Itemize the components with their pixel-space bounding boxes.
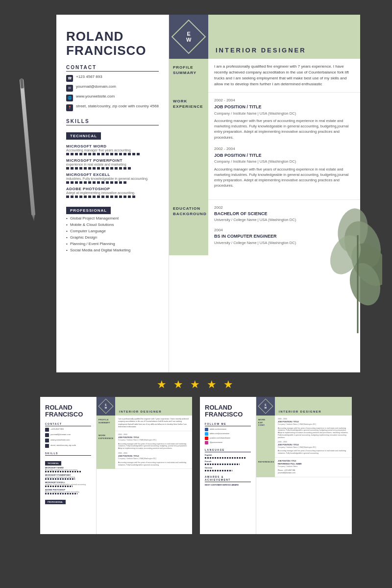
preview-2-profile-content: I am a professionally qualified fire eng… [115, 416, 192, 431]
preview-3-lang-en-bar [205, 457, 246, 459]
profile-summary-content: I am a professionally qualified fire eng… [208, 59, 360, 93]
skill-excel: MICROSOFT EXCELL industries. Fully knowl… [66, 172, 159, 184]
contact-phone: ☎ +123 4567 893 [66, 74, 159, 82]
work-year-1: 2002 - 2004 [214, 146, 354, 152]
preview-3-lang-de: German [205, 466, 251, 469]
skill-powerpoint: MICROSOFT POWERPOINT experience in real … [66, 158, 159, 170]
preview-3-awards-title: AWARDS &ACHIEVEMENT [205, 475, 251, 482]
preview-3-left: ROLAND FRANCISCO FOLLOW ME adobe.com/use… [200, 397, 256, 534]
preview-3-ig-icon [205, 441, 208, 444]
work-year-0: 2002 - 2004 [214, 98, 354, 103]
location-icon: 📍 [66, 104, 73, 111]
preview-3-work-continued: WORKEXP.CONT. 2002 - 2004 JOB POSITION /… [256, 416, 352, 458]
preview-3-ref-content: Job Position / Title REFERENCE FULL NAME… [275, 458, 352, 477]
preview-2-professional: PROFESSIONAL [45, 500, 66, 504]
preview-3-award-name: BEST CUSTOMER SERVICE AWARD [205, 484, 251, 486]
skill-xl-desc: industries. Fully knowledgeable in gener… [66, 177, 159, 180]
work-entry-1: 2002 - 2004 JOB POSITION / TITLE Company… [214, 146, 354, 189]
star-1: ★ [157, 378, 169, 391]
star-5: ★ [223, 378, 235, 391]
contact-section-title: CONTACT [66, 65, 159, 72]
contact-address: 📍 street, state/country, zip code with c… [66, 104, 159, 111]
preview-2-skill-word: MICROSOFT WORD Accounting manager five y… [45, 466, 91, 472]
preview-3-language-title: LANGUAGE [205, 448, 251, 452]
preview-2-title-box: INTERIOR DESIGNER [115, 397, 192, 416]
professional-skill-badge: PROFESSIONAL [66, 207, 111, 214]
monogram-box: E W [169, 15, 208, 59]
profile-summary-label: PROFILE SUMMARY [169, 59, 208, 93]
work-desc-0: Accounting manager with five years of ac… [214, 118, 354, 140]
preview-2-monogram: EW [97, 397, 115, 416]
star-2: ★ [173, 378, 185, 391]
work-position-0: JOB POSITION / TITLE [214, 104, 354, 111]
preview-2-name-first: ROLAND [45, 404, 91, 411]
preview-3-work-content: 2002 - 2004 JOB POSITION / TITLE Company… [275, 416, 352, 458]
contact-website: 🌐 www.yourwebsite.com [66, 94, 159, 101]
work-company-1: Company / Institute Name | USA (Washingt… [214, 159, 354, 164]
preview-3-follow-title: FOLLOW ME [205, 422, 251, 426]
phone-icon: ☎ [66, 75, 73, 82]
preview-card-3: ROLAND FRANCISCO FOLLOW ME adobe.com/use… [200, 397, 352, 534]
prof-skill-3: Graphic Design [66, 235, 159, 240]
name-last: FRANCISCO [66, 44, 159, 58]
preview-2-work-content: 2002 - 2004 JOB POSITION / TITLE Company… [115, 431, 192, 469]
preview-2-addr-icon [45, 444, 49, 448]
preview-3-ref-label: REFERENCES [256, 458, 275, 477]
job-title: INTERIOR DESIGNER [216, 47, 306, 54]
work-position-1: JOB POSITION / TITLE [214, 152, 354, 159]
skill-word-desc: Accounting manager five years accounting [66, 148, 159, 152]
monogram-diamond: E W [172, 20, 206, 54]
preview-2-job-title: INTERIOR DESIGNER [119, 410, 162, 413]
preview-3-fb-icon [205, 428, 208, 431]
preview-3-social-0: adobe.com/username [205, 428, 251, 431]
work-experience-label: WORK EXPERIENCE [169, 93, 208, 200]
contact-email: ✉ yourmail@domain.com [66, 84, 159, 92]
preview-3-title-box: INTERIOR DESIGNER [275, 397, 352, 416]
preview-3-name-first: ROLAND [205, 404, 251, 411]
preview-3-yt-icon [205, 437, 208, 440]
preview-2-profile: PROFILESUMMARY I am a professionally qua… [97, 416, 192, 431]
prof-skill-1: Mobile & Cloud Solutions [66, 222, 159, 227]
star-4: ★ [207, 378, 219, 391]
skill-ps-desc: Adept at implementing innovative account… [66, 191, 159, 195]
preview-2-work: WORKEXPERIENCE 2002 - 2004 JOB POSITION … [97, 431, 192, 469]
preview-2-phone: +123 4567 893 [45, 428, 91, 432]
skill-ps-bar [66, 196, 136, 198]
preview-2-addr: street, state/country, zip code [45, 444, 91, 448]
preview-card-2: ROLAND FRANCISCO CONTACT +123 4567 893 y… [40, 397, 192, 534]
resume-header: E W INTERIOR DESIGNER [169, 15, 360, 59]
email-icon: ✉ [66, 85, 73, 92]
preview-3-references: REFERENCES Job Position / Title REFERENC… [256, 458, 352, 477]
preview-row: ROLAND FRANCISCO CONTACT +123 4567 893 y… [0, 397, 392, 549]
skills-section-title: SKILLS [66, 119, 159, 125]
profile-summary-section: PROFILE SUMMARY I am a professionally qu… [169, 59, 360, 93]
skill-word-bar [66, 153, 140, 155]
work-entry-0: 2002 - 2004 JOB POSITION / TITLE Company… [214, 98, 354, 140]
preview-2-contact-title: CONTACT [45, 422, 91, 426]
preview-2-email: yourmail@domain.com [45, 433, 91, 437]
preview-3-right: EW INTERIOR DESIGNER WORKEXP.CONT. 2002 … [256, 397, 352, 534]
preview-3-lang-de-bar [205, 470, 232, 471]
skill-pp-name: MICROSOFT POWERPOINT [66, 158, 159, 163]
preview-3-social-3: @yourusername [205, 441, 251, 444]
preview-3-header: EW INTERIOR DESIGNER [256, 397, 352, 416]
work-experience-section: WORK EXPERIENCE 2002 - 2004 JOB POSITION… [169, 93, 360, 200]
stars-rating: ★ ★ ★ ★ ★ [0, 372, 392, 397]
skill-pp-bar [66, 167, 131, 170]
preview-2-right: EW INTERIOR DESIGNER PROFILESUMMARY I am… [97, 397, 192, 534]
education-label: EDUCATION BACKGROUND [169, 200, 208, 256]
professional-skills-list: Global Project Management Mobile & Cloud… [66, 216, 159, 252]
preview-3-social-1: twitter.com/yourusername [205, 432, 251, 436]
skill-xl-name: MICROSOFT EXCELL [66, 172, 159, 177]
skill-ps-name: ADOBE PHOTOSHOP [66, 187, 159, 191]
skill-xl-bar [66, 181, 126, 184]
skill-pp-desc: experience in real estate and marketing [66, 163, 159, 166]
preview-3-lang-fr-bar [205, 464, 240, 465]
preview-3-lang-en: English [205, 454, 251, 456]
preview-2-work-label: WORKEXPERIENCE [97, 431, 115, 469]
skill-word-name: MICROSOFT WORD [66, 144, 159, 148]
name-block: ROLAND FRANCISCO [66, 29, 159, 57]
preview-2-technical: TECHNICAL [45, 461, 61, 466]
preview-2-profile-label: PROFILESUMMARY [97, 416, 115, 431]
preview-2-left: ROLAND FRANCISCO CONTACT +123 4567 893 y… [40, 397, 97, 534]
